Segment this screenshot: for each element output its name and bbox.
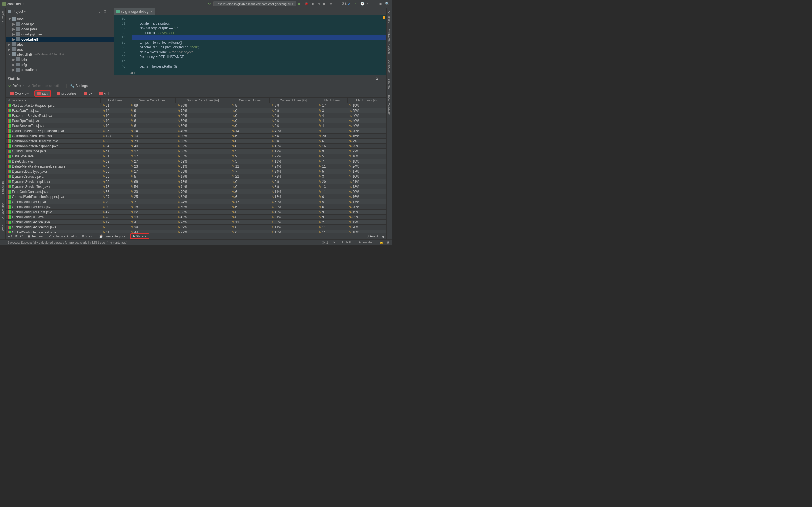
status-window-icon[interactable]: ▭ — [2, 240, 5, 244]
table-row[interactable]: AbstractMasterRequest.java✎91✎69✎76%✎5✎5… — [6, 103, 386, 108]
table-row[interactable]: CustomErrorCode.java✎41✎27✎66%✎5✎12%✎9✎2… — [6, 149, 386, 154]
tree-item[interactable]: ▶cfg — [6, 62, 114, 67]
update-icon[interactable]: ↙ — [348, 2, 352, 6]
commit-icon[interactable]: ✓ — [354, 2, 359, 6]
rail-beanvalidation[interactable]: Bean Validation — [388, 95, 391, 116]
column-header[interactable]: Comment Lines — [231, 98, 269, 103]
table-row[interactable]: CommonMasterResponse.java✎64✎40✎62%✎8✎12… — [6, 144, 386, 149]
settings-gear-icon[interactable]: ⚙ — [103, 10, 107, 13]
windows-icon[interactable]: ▣ — [379, 2, 384, 6]
hide-icon[interactable]: — — [108, 10, 112, 13]
tree-arrow-icon[interactable]: ▼ — [8, 52, 11, 57]
profile-icon[interactable]: ◷ — [317, 2, 321, 6]
table-row[interactable]: DeleteMetaKeyResponseBean.java✎45✎23✎51%… — [6, 164, 386, 169]
table-row[interactable]: DynamicDataType.java✎29✎17✎59%✎7✎24%✎5✎1… — [6, 169, 386, 174]
column-header[interactable]: Blank Lines — [317, 98, 347, 103]
refresh-on-selection-button[interactable]: ⟳ Refresh on selection — [28, 84, 62, 88]
table-row[interactable]: BaseDaoTest.java✎12✎9✎75%✎0✎0%✎3✎25% — [6, 108, 386, 113]
stats-tab-properties[interactable]: properties — [55, 91, 78, 96]
table-row[interactable]: DataType.java✎31✎17✎55%✎9✎29%✎5✎16% — [6, 154, 386, 159]
rail-project[interactable]: 1: Project — [1, 11, 4, 24]
tree-arrow-icon[interactable]: ▶ — [12, 68, 15, 72]
rail-web[interactable]: Web — [1, 225, 4, 231]
tree-item[interactable]: ▶cool.python — [6, 32, 114, 37]
panel-gear-icon[interactable]: ⚙ — [375, 77, 378, 81]
column-header[interactable]: Total Lines — [101, 98, 129, 103]
tree-item[interactable]: ▶cool.shell — [6, 37, 114, 42]
table-row[interactable]: GlobalConfigDAOTest.java✎47✎32✎68%✎6✎13%… — [6, 210, 386, 215]
tree-item[interactable]: ▶bin — [6, 57, 114, 62]
table-row[interactable]: GlobalConfigDAO.java✎29✎7✎24%✎17✎59%✎5✎1… — [6, 200, 386, 205]
status-caret-position[interactable]: 34:1 — [322, 241, 328, 244]
btool-vcs[interactable]: ⎇ 9: Version Control — [48, 234, 77, 238]
table-row[interactable]: DynamicService.java✎29✎5✎17%✎21✎72%✎3✎10… — [6, 174, 386, 179]
column-header[interactable]: Blank Lines [%] — [347, 98, 386, 103]
stats-tab-java[interactable]: java — [35, 91, 51, 97]
table-row[interactable]: CommonMasterClientTest.java✎85✎79✎93%✎0✎… — [6, 138, 386, 144]
tree-item[interactable]: ▶cool.go — [6, 21, 114, 26]
tree-arrow-icon[interactable]: ▶ — [8, 47, 11, 52]
collapse-icon[interactable]: ⇄ — [99, 10, 102, 13]
tree-item[interactable]: ▼cloudinit~/Code/work/cloudinit — [6, 52, 114, 57]
panel-hide-icon[interactable]: — — [380, 77, 384, 81]
status-encoding[interactable]: UTF-8 ⌄ — [342, 240, 354, 244]
column-header[interactable]: Comment Lines [%] — [269, 98, 317, 103]
editor-tab[interactable]: ccfg-merge-debug × — [114, 8, 155, 15]
table-row[interactable]: DynamicServiceImpl.java✎95✎69✎73%✎6✎6%✎2… — [6, 179, 386, 184]
table-row[interactable]: GeneralWebExceptionMapper.java✎37✎25✎68%… — [6, 194, 386, 200]
table-row[interactable]: DynamicServiceTest.java✎73✎54✎74%✎6✎8%✎1… — [6, 184, 386, 189]
btool-terminal[interactable]: ▣ Terminal — [28, 234, 43, 238]
status-indicator-icon[interactable]: ◉ — [387, 240, 390, 244]
stop-icon[interactable]: ■ — [323, 2, 327, 6]
tree-arrow-icon[interactable]: ▶ — [12, 27, 15, 31]
status-git-branch[interactable]: Git: master ⌄ — [357, 240, 376, 244]
btool-statistic[interactable]: ◆ Statistic — [130, 233, 149, 239]
settings-button[interactable]: 🔧 Settings — [70, 84, 88, 88]
table-row[interactable]: DateUtils.java✎39✎27✎69%✎5✎13%✎7✎18% — [6, 159, 386, 164]
tree-arrow-icon[interactable]: ▶ — [12, 32, 15, 36]
table-row[interactable]: GlobalConfigServiceImpl.java✎55✎38✎69%✎6… — [6, 225, 386, 230]
tree-item[interactable]: ▶ecs — [6, 47, 114, 52]
refresh-button[interactable]: ⟳ Refresh — [8, 84, 24, 88]
rail-database[interactable]: Database — [388, 59, 391, 73]
rail-ant[interactable]: Ant Build — [388, 11, 391, 23]
table-row[interactable]: GlobalConfigDO.java✎28✎13✎46%✎6✎21%✎9✎32… — [6, 215, 386, 220]
rail-structure[interactable]: Z: Structure — [1, 181, 4, 197]
editor-breadcrumb[interactable]: main() — [114, 69, 386, 75]
rail-sciview[interactable]: SciView — [388, 78, 391, 89]
project-panel-title[interactable]: Project ▾ — [8, 10, 26, 13]
rail-maven[interactable]: m Maven Projects — [388, 29, 391, 54]
coverage-icon[interactable]: ◑ — [311, 2, 315, 6]
breadcrumb[interactable]: cool.shell 〉 — [2, 1, 26, 6]
tree-item[interactable]: ▶ebs — [6, 42, 114, 47]
column-header[interactable]: Source File ▲ — [6, 98, 101, 103]
table-row[interactable]: GlobalConfigServiceTest.java✎61✎44✎72%✎6… — [6, 230, 386, 233]
run-configuration-dropdown[interactable]: TestReverse in gitlab.alibaba-inc.com/co… — [213, 1, 296, 6]
status-lock-icon[interactable]: 🔒 — [379, 240, 384, 244]
table-row[interactable]: CommonMasterClient.java✎127✎101✎80%✎6✎5%… — [6, 133, 386, 138]
tree-arrow-icon[interactable]: ▶ — [12, 37, 15, 41]
stats-tab-overview[interactable]: Overview — [8, 91, 31, 96]
table-row[interactable]: BaseRpcTest.java✎10✎6✎60%✎0✎0%✎4✎40% — [6, 118, 386, 123]
tree-arrow-icon[interactable]: ▶ — [12, 62, 15, 67]
close-tab-icon[interactable]: × — [151, 10, 153, 13]
column-header[interactable]: Source Code Lines [%] — [175, 98, 231, 103]
tree-item[interactable]: ▶cloudinit — [6, 67, 114, 72]
tree-arrow-icon[interactable]: ▼ — [8, 17, 11, 21]
stats-tab-xml[interactable]: xml — [98, 91, 111, 96]
tree-arrow-icon[interactable]: ▶ — [12, 57, 15, 62]
revert-icon[interactable]: ↶ — [366, 2, 371, 6]
table-row[interactable]: BaseServiceTest.java✎10✎6✎60%✎0✎0%✎4✎40% — [6, 123, 386, 128]
editor-warning-indicator[interactable] — [383, 16, 386, 18]
table-row[interactable]: BaseInnerServiceTest.java✎10✎6✎60%✎0✎0%✎… — [6, 113, 386, 118]
hammer-icon[interactable]: ⚒ — [208, 2, 211, 6]
run-icon[interactable]: ▶ — [298, 2, 303, 6]
history-icon[interactable]: 🕘 — [360, 2, 365, 6]
editor-code[interactable]: outfile = args.output "kw">if args.outpu… — [128, 15, 386, 69]
tree-item[interactable]: ▼cool — [6, 16, 114, 21]
table-row[interactable]: GlobalConfigDAOImpl.java✎30✎18✎60%✎6✎20%… — [6, 205, 386, 210]
table-row[interactable]: CloudinitVersionRequestBean.java✎35✎14✎4… — [6, 128, 386, 133]
debug-icon[interactable]: 🐞 — [305, 2, 309, 6]
column-header[interactable]: Source Code Lines — [129, 98, 175, 103]
btool-todo[interactable]: ≡ 6: TODO — [8, 235, 23, 238]
